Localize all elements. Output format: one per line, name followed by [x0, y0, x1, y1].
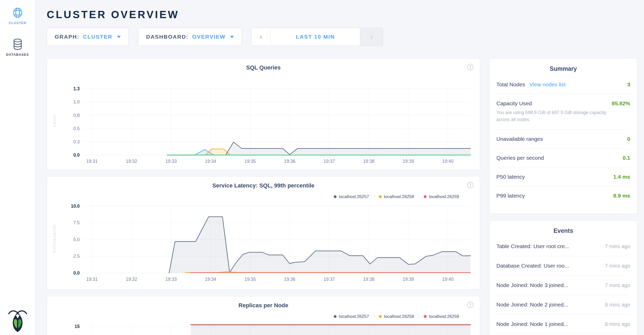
info-icon[interactable]: !	[467, 64, 474, 70]
graph-dropdown[interactable]: GRAPH: CLUSTER	[47, 28, 129, 46]
svg-text:count: count	[52, 114, 57, 127]
summary-caption: You are using 598.9 GiB of 697.9 GiB sto…	[496, 109, 611, 123]
legend-item[interactable]: localhost:26258	[379, 314, 414, 319]
database-icon	[12, 38, 23, 50]
summary-panel: Summary Total NodesView nodes list3Capac…	[489, 58, 637, 214]
svg-text:10.0: 10.0	[71, 204, 80, 209]
svg-text:19:38: 19:38	[363, 159, 374, 164]
legend-item[interactable]: localhost:26259	[424, 194, 459, 199]
svg-text:0.5: 0.5	[73, 126, 80, 131]
event-row[interactable]: Node Joined: Node 3 joined...7 mins ago	[496, 276, 630, 295]
event-timestamp: 7 mins ago	[605, 282, 630, 288]
legend-label: localhost:26258	[384, 314, 414, 319]
summary-value: 1.4 ms	[613, 174, 630, 180]
sql-queries-chart[interactable]: 19:3119:3219:3319:3419:3519:3619:3719:38…	[50, 84, 477, 166]
legend-label: localhost:26257	[339, 194, 369, 199]
svg-text:19:32: 19:32	[126, 159, 137, 164]
event-timestamp: 8 mins ago	[605, 321, 630, 327]
time-range-prev-button[interactable]: ‹	[251, 28, 271, 46]
svg-text:19:40: 19:40	[442, 159, 454, 164]
events-title: Events	[496, 221, 630, 234]
replicas-per-node-chart[interactable]: 19:3119:3219:3319:3419:3519:3619:3719:38…	[50, 322, 477, 335]
legend-dot	[334, 195, 337, 198]
legend-item[interactable]: localhost:26257	[334, 194, 369, 199]
svg-text:19:37: 19:37	[324, 159, 335, 164]
svg-text:19:31: 19:31	[86, 159, 98, 164]
svg-text:19:34: 19:34	[205, 277, 216, 282]
chart-title: SQL Queries	[246, 64, 281, 71]
event-timestamp: 7 mins ago	[605, 243, 630, 249]
legend-dot	[334, 315, 337, 318]
svg-text:5.0: 5.0	[73, 237, 80, 242]
legend-item[interactable]: localhost:26258	[379, 194, 414, 199]
dashboard-dropdown[interactable]: DASHBOARD: OVERVIEW	[138, 28, 242, 46]
chevron-down-icon	[230, 36, 234, 38]
side-column: Summary Total NodesView nodes list3Capac…	[489, 58, 637, 335]
summary-label: Queries per second	[496, 155, 544, 161]
summary-row: Queries per second0.1	[496, 148, 630, 167]
svg-text:19:31: 19:31	[86, 277, 98, 282]
chart-header: Service Latency: SQL, 99th percentile !	[47, 177, 480, 191]
chevron-down-icon	[117, 36, 121, 38]
summary-label: P99 latency	[496, 193, 525, 199]
event-text: Node Joined: Node 3 joined...	[496, 282, 568, 288]
svg-text:0.0: 0.0	[73, 270, 80, 276]
legend-dot	[379, 315, 382, 318]
page-title: CLUSTER OVERVIEW	[47, 9, 637, 20]
graph-dropdown-label: GRAPH:	[55, 34, 79, 40]
sidebar-item-label: CLUSTER	[9, 21, 26, 25]
svg-text:19:32: 19:32	[126, 277, 137, 282]
svg-text:19:36: 19:36	[284, 277, 296, 282]
legend-dot	[424, 195, 427, 198]
summary-value: 0.1	[623, 155, 630, 161]
time-range-selector: ‹ LAST 10 MIN ›	[251, 28, 383, 46]
events-rows: Table Created: User root cre...7 mins ag…	[496, 237, 630, 334]
chart-legend	[47, 73, 480, 84]
summary-label: Total Nodes	[496, 81, 525, 88]
toolbar: GRAPH: CLUSTER DASHBOARD: OVERVIEW ‹ LAS…	[47, 28, 637, 46]
sidebar-item-databases[interactable]: DATABASES	[0, 25, 35, 57]
dashboard-dropdown-value: OVERVIEW	[192, 34, 226, 40]
chart-header: Replicas per Node !	[47, 296, 480, 311]
legend-label: localhost:26259	[429, 314, 459, 319]
event-row[interactable]: Database Created: User roo...7 mins ago	[496, 256, 630, 276]
legend-item[interactable]: localhost:26257	[334, 314, 369, 319]
chart-title: Service Latency: SQL, 99th percentile	[212, 182, 314, 189]
legend-item[interactable]: localhost:26259	[424, 314, 459, 319]
svg-text:1.0: 1.0	[73, 99, 80, 104]
events-panel: Events Table Created: User root cre...7 …	[489, 220, 637, 335]
chart-title: Replicas per Node	[238, 302, 288, 309]
svg-text:0.8: 0.8	[73, 113, 80, 118]
summary-row: Capacity Used85.82%You are using 598.9 G…	[496, 94, 630, 129]
event-text: Table Created: User root cre...	[496, 243, 569, 249]
legend-label: localhost:26259	[429, 194, 459, 199]
svg-text:15: 15	[75, 324, 80, 329]
summary-label: Unavailable ranges	[496, 136, 543, 142]
cockroachdb-logo	[8, 308, 28, 334]
summary-value: 0	[627, 136, 630, 142]
view-nodes-link[interactable]: View nodes list	[529, 81, 566, 88]
summary-title: Summary	[496, 59, 630, 72]
summary-value: 3	[627, 81, 630, 88]
event-row[interactable]: Node Joined: Node 1 joined...8 mins ago	[496, 315, 630, 334]
time-range-next-button[interactable]: ›	[360, 28, 383, 46]
event-row[interactable]: Table Created: User root cre...7 mins ag…	[496, 237, 630, 256]
info-icon[interactable]: !	[467, 182, 474, 188]
main-content: CLUSTER OVERVIEW GRAPH: CLUSTER DASHBOAR…	[35, 0, 644, 335]
time-range-label[interactable]: LAST 10 MIN	[271, 28, 360, 46]
chart-legend: localhost:26257localhost:26258localhost:…	[47, 311, 480, 322]
svg-text:0.0: 0.0	[73, 152, 80, 158]
summary-row: P50 latency1.4 ms	[496, 167, 630, 186]
service-latency-chart[interactable]: 19:3119:3219:3319:3419:3519:3619:3719:38…	[50, 202, 477, 284]
event-row[interactable]: Node Joined: Node 2 joined...8 mins ago	[496, 295, 630, 315]
svg-text:0.3: 0.3	[73, 139, 80, 144]
chart-header: SQL Queries !	[47, 59, 480, 73]
summary-value: 85.82%	[612, 100, 630, 107]
chart-card-replicas-per-node: Replicas per Node ! localhost:26257local…	[47, 296, 480, 335]
svg-text:19:40: 19:40	[442, 277, 454, 282]
info-icon[interactable]: !	[467, 302, 474, 308]
sidebar-item-cluster[interactable]: CLUSTER	[0, 0, 35, 25]
legend-dot	[424, 315, 427, 318]
svg-text:milliseconds: milliseconds	[52, 224, 57, 253]
summary-label: P50 latency	[496, 174, 525, 180]
